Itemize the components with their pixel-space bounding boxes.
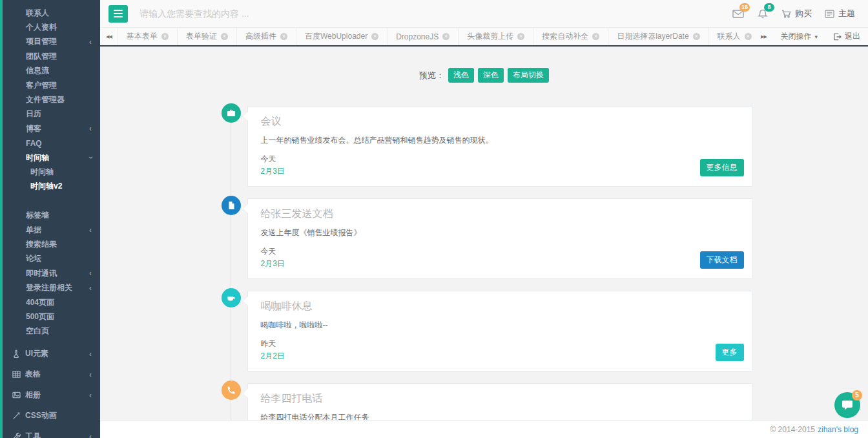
- preview-button-3[interactable]: 布局切换: [508, 68, 549, 83]
- close-operations-dropdown[interactable]: 关闭操作 ▾: [772, 28, 825, 45]
- chevron-left-icon: ‹: [89, 391, 92, 399]
- tabs-scroll-right-button[interactable]: ▶▶: [754, 28, 772, 45]
- chat-bubble-icon: [842, 400, 853, 410]
- tab-日期选择器layerDate[interactable]: 日期选择器layerDate×: [608, 28, 708, 45]
- tab-搜索自动补全[interactable]: 搜索自动补全×: [533, 28, 608, 45]
- tab-百度WebUploader[interactable]: 百度WebUploader×: [296, 28, 388, 45]
- sidebar-subitem[interactable]: 时间轴: [0, 165, 100, 179]
- sidebar-item[interactable]: 论坛: [0, 252, 100, 266]
- sidebar-item[interactable]: UI元素‹: [0, 344, 100, 364]
- sidebar-item[interactable]: 工具‹: [0, 426, 100, 438]
- tab-基本表单[interactable]: 基本表单×: [118, 28, 178, 45]
- sidebar-item[interactable]: 500页面: [0, 309, 100, 324]
- sidebar-subitem[interactable]: 时间轴v2: [0, 180, 100, 194]
- tab-close-icon[interactable]: ×: [592, 33, 599, 40]
- tab-close-icon[interactable]: ×: [517, 33, 524, 40]
- tab-表单验证[interactable]: 表单验证×: [178, 28, 237, 45]
- sidebar-item[interactable]: 团队管理: [0, 49, 100, 63]
- footer: © 2014-2015 zihan's blog: [100, 420, 868, 438]
- preview-button-1[interactable]: 浅色: [448, 68, 474, 83]
- tab-close-icon[interactable]: ×: [280, 33, 287, 40]
- timeline-card-date[interactable]: 2月3日: [261, 166, 739, 177]
- tab-close-icon[interactable]: ×: [161, 33, 169, 40]
- sidebar-item[interactable]: 博客‹: [0, 121, 100, 136]
- tab-close-icon[interactable]: ×: [221, 33, 228, 40]
- sidebar-item[interactable]: 项目管理‹: [0, 35, 100, 49]
- tab-高级插件[interactable]: 高级插件×: [237, 28, 296, 45]
- timeline-card-body: 喝咖啡啦，啦啦啦--: [261, 320, 739, 331]
- tab-头像裁剪上传[interactable]: 头像裁剪上传×: [459, 28, 533, 45]
- tabbar-controls: ▶▶ 关闭操作 ▾ 退出: [754, 28, 868, 45]
- chat-button[interactable]: 5: [834, 392, 860, 418]
- tab-close-icon[interactable]: ×: [745, 33, 752, 40]
- timeline-card-date[interactable]: 2月2日: [261, 351, 739, 362]
- sidebar-item-label: 登录注册相关: [26, 282, 72, 293]
- sidebar-item[interactable]: 文件管理器: [0, 92, 100, 107]
- sidebar-item[interactable]: CSS动画: [0, 406, 100, 426]
- sidebar-item[interactable]: 标签墙: [0, 208, 100, 222]
- tab-DropzoneJS[interactable]: DropzoneJS×: [388, 28, 459, 45]
- timeline-card-title: 喝咖啡休息: [261, 300, 739, 313]
- sidebar-item[interactable]: 单据‹: [0, 223, 100, 237]
- tabbar: ◀◀ 基本表单×表单验证×高级插件×百度WebUploader×Dropzone…: [100, 27, 868, 47]
- copyright-text: © 2014-2015: [770, 425, 815, 434]
- sidebar-item[interactable]: 表格‹: [0, 364, 100, 385]
- timeline-card-body: 上一年的销售业绩发布会。总结产品营销和销售趋势及销售的现状。: [261, 135, 739, 146]
- chevron-left-icon: ‹: [89, 350, 92, 358]
- sidebar-item[interactable]: 搜索结果: [0, 237, 100, 251]
- magic-icon: [12, 412, 21, 420]
- timeline-card-body: 给李四打电话分配本月工作任务: [261, 412, 739, 420]
- blog-link[interactable]: zihan's blog: [818, 425, 858, 434]
- sidebar-item[interactable]: 相册‹: [0, 385, 100, 406]
- phone-icon[interactable]: [222, 381, 241, 400]
- preview-button-2[interactable]: 深色: [478, 68, 504, 83]
- search-input[interactable]: [140, 8, 411, 19]
- preview-row: 预览： 浅色深色布局切换: [100, 68, 868, 83]
- sidebar-item[interactable]: 空白页: [0, 324, 100, 339]
- sidebar-item-label: CSS动画: [25, 410, 57, 421]
- timeline-card-action-button[interactable]: 更多信息: [700, 159, 744, 176]
- table-icon: [12, 370, 21, 379]
- file-icon[interactable]: [222, 196, 241, 215]
- notifications-button[interactable]: 8: [757, 9, 769, 19]
- sidebar-item[interactable]: 日历: [0, 107, 100, 121]
- tab-close-icon[interactable]: ×: [693, 33, 700, 40]
- sidebar-item-label: 搜索结果: [26, 239, 57, 250]
- sidebar-item[interactable]: 时间轴‹: [0, 151, 100, 165]
- sidebar-toggle-button[interactable]: [108, 5, 128, 23]
- tab-close-icon[interactable]: ×: [442, 33, 450, 40]
- sidebar-item-label: 文件管理器: [26, 94, 65, 105]
- tab-联系人[interactable]: 联系人×: [709, 28, 755, 45]
- exit-label: 退出: [845, 31, 860, 42]
- sidebar-item[interactable]: 个人资料: [0, 20, 100, 34]
- sidebar-item[interactable]: 联系人: [0, 6, 100, 20]
- coffee-icon[interactable]: [222, 288, 241, 308]
- chevron-left-icon: ‹: [89, 125, 92, 132]
- sidebar-item[interactable]: 登录注册相关‹: [0, 280, 100, 295]
- sidebar-item[interactable]: 信息流: [0, 64, 100, 78]
- tabs-scroll-left-button[interactable]: ◀◀: [100, 28, 118, 45]
- timeline-card: 给李四打电话给李四打电话分配本月工作任务昨天2月2日: [247, 383, 752, 420]
- sidebar-item[interactable]: 即时通讯‹: [0, 266, 100, 280]
- cart-icon: [781, 10, 791, 18]
- timeline-card-action-button[interactable]: 更多: [716, 344, 744, 361]
- briefcase-icon[interactable]: [222, 103, 241, 123]
- sidebar-item[interactable]: 客户管理: [0, 78, 100, 92]
- sidebar-item-label: 500页面: [26, 311, 54, 322]
- sidebar-item-label: 客户管理: [26, 80, 57, 91]
- tab-close-icon[interactable]: ×: [371, 33, 378, 40]
- main-content: 预览： 浅色深色布局切换 会议上一年的销售业绩发布会。总结产品营销和销售趋势及销…: [100, 47, 868, 420]
- sidebar-item[interactable]: 404页面: [0, 295, 100, 309]
- timeline-card-date[interactable]: 2月3日: [261, 258, 739, 269]
- theme-link[interactable]: 主题: [825, 8, 855, 19]
- sidebar-item-label: 即时通讯: [26, 268, 57, 279]
- timeline-card-action-button[interactable]: 下载文档: [700, 251, 744, 269]
- sidebar-menu-icons: UI元素‹表格‹相册‹CSS动画工具‹: [0, 344, 100, 438]
- chevron-left-icon: ‹: [89, 226, 92, 234]
- sidebar-item-label: 单据: [26, 225, 41, 236]
- timeline-card-body: 发送上年度《销售业绩报告》: [261, 227, 739, 238]
- exit-button[interactable]: 退出: [825, 28, 868, 45]
- buy-link[interactable]: 购买: [781, 8, 812, 19]
- sidebar-item[interactable]: FAQ: [0, 136, 100, 151]
- messages-button[interactable]: 16: [732, 9, 744, 19]
